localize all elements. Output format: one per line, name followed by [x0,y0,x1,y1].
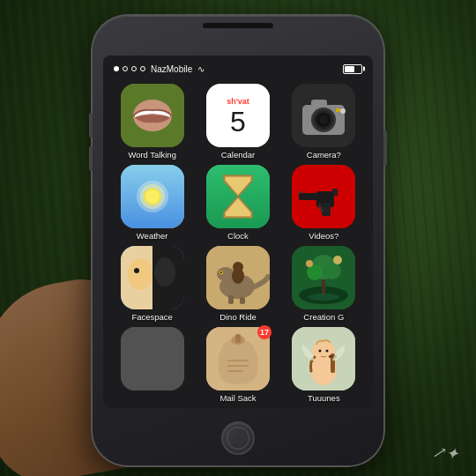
app-icon-clock [206,165,270,228]
app-label-tuuunes: Tuuunes [308,393,340,403]
signal-dot-1 [114,66,119,71]
calendar-day: 5 [230,108,246,136]
app-item-facespace[interactable]: Facespace [112,246,192,322]
svg-point-69 [319,350,322,353]
svg-rect-11 [311,100,327,107]
app-icon-wrapper-partial [121,327,184,390]
app-icon-wrapper-calendar: sh'vat 5 [206,84,270,147]
app-icon-word-talking [121,84,184,147]
app-icon-wrapper-creation-g [292,246,355,309]
app-icon-tuuunes [292,327,355,390]
app-icon-wrapper-clock [206,165,270,228]
svg-point-56 [306,260,313,267]
app-item-mail-sack[interactable]: 17 Mail Sack [197,327,278,403]
app-icon-calendar: sh'vat 5 [206,84,270,147]
app-icon-wrapper-weather [121,165,184,228]
app-icon-wrapper-facespace [121,246,184,309]
app-label-creation-g: Creation G [303,312,344,322]
svg-rect-62 [235,334,241,343]
app-item-tuuunes[interactable]: Tuuunes [284,327,364,403]
app-label-dino-ride: Dino Ride [219,312,257,322]
battery-indicator [343,64,362,74]
app-item-calendar[interactable]: sh'vat 5 Calendar [197,84,278,160]
svg-point-47 [233,262,243,272]
signal-dot-2 [123,66,128,71]
svg-rect-16 [336,108,340,112]
svg-rect-45 [240,297,245,304]
app-item-videos[interactable]: Videos? [284,165,364,241]
signal-dot-4 [140,66,145,71]
svg-rect-33 [299,191,301,194]
phone-screen: NazMobile ∿ [103,56,373,408]
app-label-clock: Clock [227,231,249,241]
app-icon-weather [121,165,184,228]
app-icon-camera [292,84,355,147]
phone-device: NazMobile ∿ [93,16,383,465]
app-icon-wrapper-videos [292,165,355,228]
svg-point-37 [134,268,139,273]
svg-rect-44 [228,295,234,304]
app-label-videos: Videos? [309,231,338,241]
phone-notch [203,23,273,28]
app-grid: Word Talking sh'vat 5 Calendar [103,80,373,406]
app-label-calendar: Calendar [221,150,256,160]
app-label-mail-sack: Mail Sack [219,393,256,403]
battery-fill [345,66,354,72]
volume-up-button[interactable] [89,113,93,138]
watermark: ↗✦ [431,443,459,465]
svg-rect-32 [332,189,338,196]
svg-point-55 [324,262,341,279]
svg-point-49 [220,271,222,273]
app-icon-wrapper-tuuunes [292,327,355,390]
svg-point-17 [340,108,346,114]
app-icon-wrapper-dino-ride [206,246,270,309]
volume-down-button[interactable] [89,146,93,171]
svg-point-58 [308,294,339,301]
svg-point-15 [319,115,328,124]
app-icon-wrapper-mail-sack: 17 [206,327,270,390]
wifi-icon: ∿ [197,64,205,74]
app-item-creation-g[interactable]: Creation G [284,246,364,322]
app-label-facespace: Facespace [131,312,172,322]
app-label-camera: Camera? [307,150,341,160]
mail-sack-badge: 17 [257,325,271,339]
status-bar: NazMobile ∿ [103,56,373,80]
carrier-name: NazMobile [151,64,192,74]
svg-rect-59 [121,327,184,390]
signal-dot-3 [131,66,137,71]
app-item-camera[interactable]: Camera? [284,84,364,160]
app-label-word-talking: Word Talking [128,150,176,160]
app-item-weather[interactable]: Weather [112,165,192,241]
svg-point-57 [333,256,342,264]
status-left: NazMobile ∿ [114,64,205,74]
app-icon-wrapper-word-talking [121,84,184,147]
app-icon-facespace [121,246,184,309]
home-button[interactable] [221,421,255,455]
app-label-weather: Weather [137,231,168,241]
app-icon-dino [206,246,270,309]
svg-point-70 [326,350,329,353]
app-icon-partial [121,327,184,390]
app-item-dino-ride[interactable]: Dino Ride [197,246,278,322]
app-item-word-talking[interactable]: Word Talking [112,84,192,160]
svg-point-36 [128,258,152,290]
app-icon-wrapper-camera [292,84,355,147]
svg-point-22 [145,190,160,204]
app-icon-creation [292,246,355,309]
app-item-clock[interactable]: Clock [197,165,278,241]
svg-point-43 [217,267,234,281]
power-button[interactable] [383,130,387,166]
app-icon-videos [292,165,355,228]
app-item-partial[interactable] [112,327,192,403]
svg-point-40 [157,257,173,273]
